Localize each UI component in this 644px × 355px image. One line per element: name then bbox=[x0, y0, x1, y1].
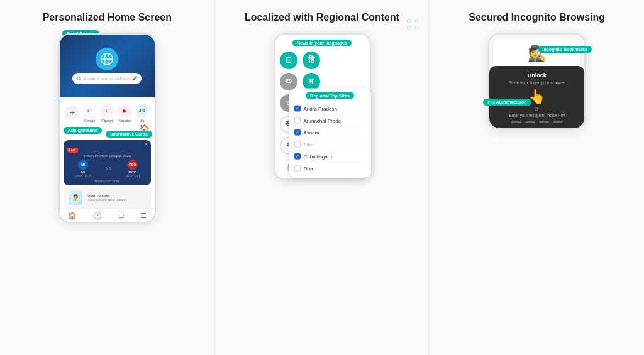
panel-1: Personalized Home Screen Event Banner G … bbox=[0, 0, 215, 355]
nav-bar: 🏠 🕐 ⊞ ☰ bbox=[60, 208, 155, 222]
pin-dot-4 bbox=[553, 121, 563, 123]
unlock-subtitle: Place your fingertip on scanner bbox=[496, 80, 578, 85]
pin-dot-3 bbox=[539, 121, 549, 123]
regional-badge: Regional Top Sites bbox=[306, 92, 354, 99]
ipl-title: Indian Premier League 2020 bbox=[67, 154, 147, 158]
google-logo: G bbox=[76, 75, 80, 82]
unlock-title: Unlock bbox=[496, 72, 578, 79]
region-chhattisgarh[interactable]: ✓ Chhattisgarh bbox=[293, 151, 367, 163]
pin-auth-badge: PIN Authentication bbox=[483, 99, 531, 106]
rcb-logo: RCB bbox=[128, 160, 138, 170]
lang-english: E bbox=[280, 52, 297, 69]
region-andra[interactable]: ✓ Andra Pradesh bbox=[293, 103, 367, 115]
panel-3: Secured Incognito Browsing Incognito Boo… bbox=[430, 0, 644, 355]
region-goa[interactable]: Goa bbox=[293, 163, 367, 174]
nav-home-icon[interactable]: 🏠 bbox=[68, 212, 77, 220]
region-goa-label: Goa bbox=[304, 165, 313, 171]
quicklink-google[interactable]: G Google bbox=[83, 104, 97, 123]
panel1-inner: Event Banner G Search or type web addres… bbox=[6, 33, 208, 349]
lang-marathi: म bbox=[303, 73, 320, 90]
phone3-wrap: Incognito Bookmarks 🕵️ Incognito bookmar… bbox=[488, 33, 586, 129]
checkbox-chhattisgarh[interactable]: ✓ bbox=[294, 153, 301, 160]
region-asaam-label: Asaam bbox=[304, 129, 319, 135]
lang-hindi: हि bbox=[303, 52, 320, 69]
ipl-live-badge: LIVE bbox=[67, 148, 78, 153]
checkbox-asaam[interactable]: ✓ bbox=[294, 129, 301, 136]
news-badge-container: News in your languages bbox=[280, 40, 365, 46]
covid-card[interactable]: 👨‍⚕️ Covid-19 India Resources and latest… bbox=[64, 188, 151, 208]
info-badge: Informative Cards bbox=[106, 131, 152, 138]
regional-title-bar: Regional Top Sites bbox=[293, 92, 367, 99]
covid-text-area: Covid-19 India Resources and latest upda… bbox=[86, 194, 127, 202]
checkbox-bihar[interactable] bbox=[294, 141, 301, 148]
incognito-badge: Incognito Bookmarks bbox=[538, 46, 592, 53]
ipl-team2: RCB RCB 201/3 (20) bbox=[125, 160, 140, 178]
checkbox-andra[interactable]: ✓ bbox=[294, 106, 301, 112]
ipl-close-icon[interactable]: ✕ bbox=[144, 141, 148, 147]
globe-icon bbox=[96, 48, 118, 70]
ipl-teams: MI MI 120/3 (10.2) VS RCB RCB 201/3 (20) bbox=[67, 160, 147, 178]
unlock-pin-text: Enter your incognito mode PIN bbox=[496, 113, 578, 117]
mi-logo: MI bbox=[78, 160, 88, 170]
pin-dots bbox=[496, 121, 578, 123]
panel1-title: Personalized Home Screen bbox=[43, 11, 172, 25]
ipl-note: Hardik is on strike bbox=[67, 179, 147, 183]
lang-row-2: అ म bbox=[280, 73, 365, 90]
lang-row-1: E हि bbox=[280, 52, 365, 69]
flipkart-label: Flipkart bbox=[101, 119, 113, 123]
panel3-title: Secured Incognito Browsing bbox=[469, 11, 605, 25]
nav-grid-icon[interactable]: ⊞ bbox=[118, 212, 124, 220]
panel2-title: Localized with Regional Content bbox=[245, 11, 399, 25]
dots-decoration bbox=[407, 19, 419, 30]
google-label: Google bbox=[84, 119, 96, 123]
covid-image: 👨‍⚕️ bbox=[69, 191, 82, 205]
region-arunachal[interactable]: Arunachal Prade bbox=[293, 115, 367, 127]
checkbox-arunachal[interactable] bbox=[294, 117, 301, 124]
quicklink-youtube[interactable]: ▶ Youtube bbox=[118, 104, 131, 123]
youtube-icon: ▶ bbox=[118, 104, 131, 117]
nav-menu-icon[interactable]: ☰ bbox=[140, 212, 147, 220]
ipl-team1: MI MI 120/3 (10.2) bbox=[75, 160, 92, 178]
jio-label: Jio bbox=[140, 119, 144, 123]
info-badge-container: Informative Cards bbox=[60, 134, 155, 140]
panel3-inner: Incognito Bookmarks 🕵️ Incognito bookmar… bbox=[436, 33, 638, 349]
regional-popup: Regional Top Sites ✓ Andra Pradesh Aruna… bbox=[289, 89, 371, 178]
pin-dot-1 bbox=[511, 121, 521, 123]
vs-text: VS bbox=[106, 167, 111, 170]
unlock-or-text: Or bbox=[496, 107, 578, 111]
region-arunachal-label: Arunachal Prade bbox=[304, 117, 341, 123]
unlock-modal: Unlock Place your fingertip on scanner 👆… bbox=[489, 66, 584, 128]
news-badge: News in your languages bbox=[292, 40, 352, 46]
phone1-hero: G Search or type web address 🎤 bbox=[60, 35, 155, 97]
panel2-inner: News in your languages E हि అ म bbox=[221, 33, 423, 349]
checkbox-goa[interactable] bbox=[294, 165, 301, 172]
pin-dot-2 bbox=[525, 121, 535, 123]
quicklink-add[interactable]: + bbox=[65, 106, 79, 121]
covid-subtitle: Resources and latest updates bbox=[86, 198, 127, 202]
quicklink-jio[interactable]: Jio Jio bbox=[135, 104, 149, 123]
quicklink-badge: Add Quicklink bbox=[64, 127, 102, 134]
nav-clock-icon[interactable]: 🕐 bbox=[93, 212, 102, 220]
search-placeholder: Search or type web address bbox=[83, 77, 132, 80]
phone2-wrap: News in your languages E हि అ म bbox=[274, 33, 371, 180]
search-bar[interactable]: G Search or type web address 🎤 bbox=[72, 73, 142, 84]
region-bihar-label: Bihar bbox=[304, 141, 316, 147]
google-icon: G bbox=[83, 104, 97, 117]
add-icon: + bbox=[65, 106, 79, 119]
quicklink-flipkart[interactable]: F Flipkart bbox=[100, 104, 114, 123]
team2-score: 201/3 (20) bbox=[125, 174, 140, 178]
region-andra-label: Andra Pradesh bbox=[304, 106, 337, 111]
youtube-label: Youtube bbox=[118, 119, 131, 123]
mic-icon: 🎤 bbox=[132, 76, 138, 81]
region-chhattisgarh-label: Chhattisgarh bbox=[304, 153, 332, 159]
quicklinks-row: + G Google F Flipkart ▶ bbox=[60, 99, 155, 125]
panel-2: Localized with Regional Content News in … bbox=[215, 0, 430, 355]
jio-icon: Jio bbox=[135, 104, 149, 117]
region-bihar[interactable]: Bihar bbox=[293, 139, 367, 151]
lang-telugu: అ bbox=[280, 73, 297, 90]
team1-score: 120/3 (10.2) bbox=[75, 174, 92, 178]
phone1: G Search or type web address 🎤 + G bbox=[58, 33, 156, 223]
flipkart-icon: F bbox=[100, 104, 114, 117]
ipl-card: ✕ LIVE Indian Premier League 2020 MI MI … bbox=[64, 140, 151, 185]
region-asaam[interactable]: ✓ Asaam bbox=[293, 127, 367, 139]
